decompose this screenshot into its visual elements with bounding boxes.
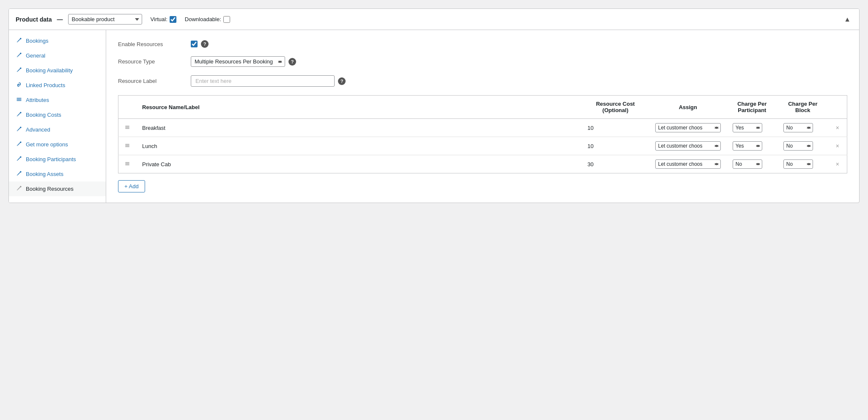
charge-block-select-2[interactable]: Yes No (783, 159, 813, 169)
svg-rect-4 (125, 127, 129, 127)
sidebar-item-bookings[interactable]: Bookings (9, 33, 106, 48)
resource-assign-cell-0: Let customer choos Automatic (649, 119, 727, 137)
sidebar-icon-get-more-options (16, 141, 22, 148)
delete-row-button-1[interactable]: × (834, 142, 841, 150)
resources-table: Resource Name/Label Resource Cost (Optio… (118, 95, 847, 173)
sidebar-label-booking-resources: Booking Resources (26, 186, 74, 192)
charge-participant-cell-1: Yes No (727, 137, 777, 155)
sidebar-label-booking-costs: Booking Costs (26, 112, 61, 118)
sidebar-item-attributes[interactable]: Attributes (9, 93, 106, 107)
sidebar-item-linked-products[interactable]: Linked Products (9, 78, 106, 93)
table-header-row: Resource Name/Label Resource Cost (Optio… (118, 96, 847, 119)
header-options: Virtual: Downloadable: (151, 16, 230, 23)
panel-dash: — (57, 16, 63, 23)
sidebar: Bookings General Booking Availability Li… (9, 30, 106, 203)
resource-type-row: Resource Type Multiple Resources Per Boo… (118, 56, 847, 67)
row-actions-cell-0: × (828, 119, 847, 137)
drag-handle-2[interactable] (118, 155, 137, 173)
sidebar-label-booking-participants: Booking Participants (26, 156, 76, 162)
add-resource-button[interactable]: + Add (118, 180, 145, 192)
resource-type-controls: Multiple Resources Per Booking Customer … (191, 56, 296, 67)
charge-participant-select-1[interactable]: Yes No (733, 141, 762, 151)
delete-row-button-0[interactable]: × (834, 124, 841, 132)
sidebar-label-advanced: Advanced (26, 126, 50, 133)
downloadable-checkbox[interactable] (223, 16, 230, 23)
svg-rect-6 (125, 144, 129, 144)
sidebar-item-get-more-options[interactable]: Get more options (9, 137, 106, 152)
sidebar-label-linked-products: Linked Products (26, 82, 65, 88)
sidebar-label-attributes: Attributes (26, 97, 49, 103)
sidebar-icon-bookings (16, 37, 22, 44)
resource-name-2: Private Cab (136, 155, 582, 173)
charge-block-select-1[interactable]: Yes No (783, 141, 813, 151)
charge-block-select-0[interactable]: Yes No (783, 123, 813, 132)
svg-rect-0 (16, 98, 21, 99)
panel-body: Bookings General Booking Availability Li… (9, 30, 859, 203)
sidebar-icon-linked-products (16, 82, 22, 89)
sidebar-item-advanced[interactable]: Advanced (9, 122, 106, 137)
sidebar-item-booking-costs[interactable]: Booking Costs (9, 107, 106, 122)
svg-rect-8 (125, 146, 129, 147)
resource-type-select[interactable]: Multiple Resources Per Booking Customer … (191, 56, 285, 67)
sidebar-icon-booking-resources (16, 185, 22, 192)
table-body: Breakfast 10 Let customer choos Automati… (118, 119, 847, 173)
svg-rect-5 (125, 128, 129, 129)
assign-select-2[interactable]: Let customer choos Automatic (655, 159, 721, 169)
resource-name-0: Breakfast (136, 119, 582, 137)
resource-label-label: Resource Label (118, 78, 186, 84)
row-actions-cell-1: × (828, 137, 847, 155)
resource-assign-cell-1: Let customer choos Automatic (649, 137, 727, 155)
svg-rect-3 (125, 126, 129, 126)
sidebar-label-get-more-options: Get more options (26, 141, 68, 148)
assign-select-0[interactable]: Let customer choos Automatic (655, 123, 721, 132)
drag-handle-1[interactable] (118, 137, 137, 155)
resource-type-help-icon[interactable]: ? (288, 58, 296, 66)
charge-participant-cell-2: Yes No (727, 155, 777, 173)
charge-participant-select-2[interactable]: Yes No (733, 159, 762, 169)
table-row: Private Cab 30 Let customer choos Automa… (118, 155, 847, 173)
resource-cost-1: 10 (582, 137, 649, 155)
sidebar-label-booking-assets: Booking Assets (26, 171, 63, 177)
product-type-select[interactable]: Simple productGrouped productExternal/Af… (68, 14, 142, 25)
resource-assign-cell-2: Let customer choos Automatic (649, 155, 727, 173)
col-assign-header: Assign (649, 96, 727, 119)
sidebar-item-booking-assets[interactable]: Booking Assets (9, 167, 106, 181)
resource-label-help-icon[interactable]: ? (338, 77, 346, 85)
sidebar-label-general: General (26, 52, 45, 59)
resources-table-wrapper: Resource Name/Label Resource Cost (Optio… (118, 95, 847, 180)
charge-participant-cell-0: Yes No (727, 119, 777, 137)
downloadable-checkbox-label[interactable]: Downloadable: (185, 16, 230, 23)
resource-cost-2: 30 (582, 155, 649, 173)
drag-handle-0[interactable] (118, 119, 137, 137)
sidebar-icon-attributes (16, 96, 22, 104)
sidebar-item-booking-resources[interactable]: Booking Resources (9, 181, 106, 196)
sidebar-item-booking-participants[interactable]: Booking Participants (9, 152, 106, 167)
resource-cost-0: 10 (582, 119, 649, 137)
product-data-panel: Product data — Simple productGrouped pro… (8, 8, 860, 203)
sidebar-icon-advanced (16, 126, 22, 133)
sidebar-item-general[interactable]: General (9, 48, 106, 63)
downloadable-label: Downloadable: (185, 16, 221, 22)
delete-row-button-2[interactable]: × (834, 160, 841, 168)
enable-resources-help-icon[interactable]: ? (201, 40, 209, 48)
charge-participant-select-0[interactable]: Yes No (733, 123, 762, 132)
svg-rect-7 (125, 145, 129, 145)
panel-collapse-button[interactable]: ▲ (842, 14, 852, 25)
svg-rect-2 (16, 100, 21, 101)
sidebar-icon-booking-assets (16, 170, 22, 178)
assign-select-1[interactable]: Let customer choos Automatic (655, 141, 721, 151)
resource-label-controls: ? (191, 75, 346, 87)
sidebar-icon-booking-costs (16, 111, 22, 118)
table-row: Breakfast 10 Let customer choos Automati… (118, 119, 847, 137)
virtual-checkbox-label[interactable]: Virtual: (151, 16, 176, 23)
panel-title: Product data (16, 16, 52, 23)
charge-block-cell-1: Yes No (777, 137, 828, 155)
enable-resources-checkbox[interactable] (191, 41, 198, 47)
row-actions-cell-2: × (828, 155, 847, 173)
resource-label-input[interactable] (191, 75, 335, 87)
resource-type-label: Resource Type (118, 58, 186, 65)
col-name-header: Resource Name/Label (136, 96, 582, 119)
sidebar-item-booking-availability[interactable]: Booking Availability (9, 63, 106, 78)
virtual-checkbox[interactable] (170, 16, 176, 23)
resource-name-1: Lunch (136, 137, 582, 155)
